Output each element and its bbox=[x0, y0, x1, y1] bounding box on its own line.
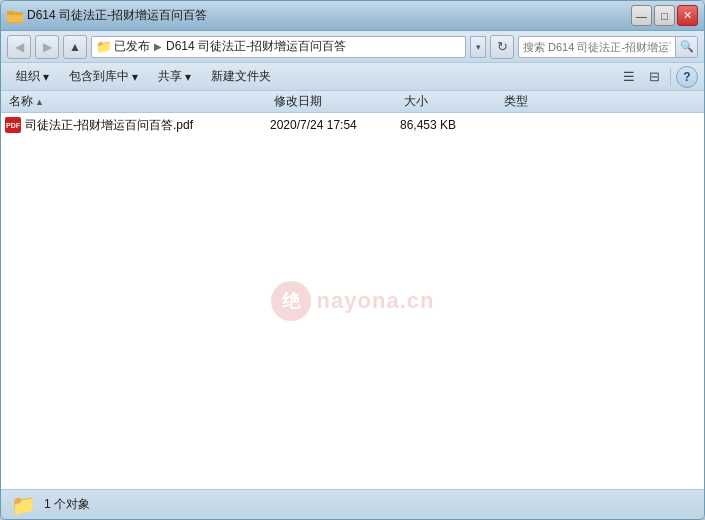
column-type-label: 类型 bbox=[504, 93, 528, 110]
include-library-label: 包含到库中 bbox=[69, 68, 129, 85]
svg-rect-3 bbox=[7, 12, 23, 15]
share-dropdown-icon: ▾ bbox=[185, 70, 191, 84]
column-size-label: 大小 bbox=[404, 93, 428, 110]
search-box: 🔍 bbox=[518, 36, 698, 58]
watermark: 绝 nayona.cn bbox=[271, 281, 435, 321]
status-folder-icon: 📁 bbox=[11, 493, 36, 517]
share-label: 共享 bbox=[158, 68, 182, 85]
view-list-button[interactable]: ⊟ bbox=[643, 66, 665, 88]
title-bar-left: D614 司徒法正-招财增运百问百答 bbox=[7, 7, 207, 24]
address-bar: ◀ ▶ ▲ 📁 已发布 ▶ D614 司徒法正-招财增运百问百答 ▾ ↻ 🔍 bbox=[1, 31, 704, 63]
explorer-window: D614 司徒法正-招财增运百问百答 — □ ✕ ◀ ▶ ▲ 📁 已发布 ▶ D… bbox=[0, 0, 705, 520]
toolbar: 组织 ▾ 包含到库中 ▾ 共享 ▾ 新建文件夹 ☰ ⊟ ? bbox=[1, 63, 704, 91]
file-area: PDF 司徒法正-招财增运百问百答.pdf 2020/7/24 17:54 86… bbox=[1, 113, 704, 489]
close-button[interactable]: ✕ bbox=[677, 5, 698, 26]
minimize-button[interactable]: — bbox=[631, 5, 652, 26]
include-library-button[interactable]: 包含到库中 ▾ bbox=[60, 66, 147, 88]
title-bar-controls: — □ ✕ bbox=[631, 5, 698, 26]
title-bar: D614 司徒法正-招财增运百问百答 — □ ✕ bbox=[1, 1, 704, 31]
watermark-logo: 绝 bbox=[271, 281, 311, 321]
status-text: 1 个对象 bbox=[44, 496, 90, 513]
forward-button[interactable]: ▶ bbox=[35, 35, 59, 59]
path-folder-icon: 📁 bbox=[96, 39, 112, 54]
organize-button[interactable]: 组织 ▾ bbox=[7, 66, 58, 88]
file-size-cell: 86,453 KB bbox=[400, 118, 500, 132]
watermark-logo-text: 绝 bbox=[282, 289, 300, 313]
column-header-size[interactable]: 大小 bbox=[400, 91, 500, 112]
search-input[interactable] bbox=[519, 41, 675, 53]
new-folder-label: 新建文件夹 bbox=[211, 68, 271, 85]
file-date-cell: 2020/7/24 17:54 bbox=[270, 118, 400, 132]
toolbar-right: ☰ ⊟ ? bbox=[618, 66, 698, 88]
toolbar-separator bbox=[670, 68, 671, 86]
column-header-type[interactable]: 类型 bbox=[500, 91, 700, 112]
column-header-date[interactable]: 修改日期 bbox=[270, 91, 400, 112]
table-row[interactable]: PDF 司徒法正-招财增运百问百答.pdf 2020/7/24 17:54 86… bbox=[1, 115, 704, 135]
column-name-label: 名称 bbox=[9, 93, 33, 110]
path-arrow-1: ▶ bbox=[154, 41, 162, 52]
new-folder-button[interactable]: 新建文件夹 bbox=[202, 66, 280, 88]
file-name-text: 司徒法正-招财增运百问百答.pdf bbox=[25, 117, 193, 134]
address-dropdown-button[interactable]: ▾ bbox=[470, 36, 486, 58]
share-button[interactable]: 共享 ▾ bbox=[149, 66, 200, 88]
path-part-2: D614 司徒法正-招财增运百问百答 bbox=[166, 38, 346, 55]
status-bar: 📁 1 个对象 bbox=[1, 489, 704, 519]
path-part-1: 已发布 bbox=[114, 38, 150, 55]
title-folder-icon bbox=[7, 8, 23, 24]
watermark-text: nayona.cn bbox=[317, 288, 435, 314]
pdf-icon: PDF bbox=[5, 117, 21, 133]
column-headers: 名称 ▲ 修改日期 大小 类型 bbox=[1, 91, 704, 113]
file-list: PDF 司徒法正-招财增运百问百答.pdf 2020/7/24 17:54 86… bbox=[1, 113, 704, 137]
sort-arrow-icon: ▲ bbox=[35, 97, 44, 107]
organize-label: 组织 bbox=[16, 68, 40, 85]
search-button[interactable]: 🔍 bbox=[675, 36, 697, 58]
maximize-button[interactable]: □ bbox=[654, 5, 675, 26]
organize-dropdown-icon: ▾ bbox=[43, 70, 49, 84]
view-details-button[interactable]: ☰ bbox=[618, 66, 640, 88]
column-date-label: 修改日期 bbox=[274, 93, 322, 110]
column-header-name[interactable]: 名称 ▲ bbox=[5, 91, 270, 112]
address-path[interactable]: 📁 已发布 ▶ D614 司徒法正-招财增运百问百答 bbox=[91, 36, 466, 58]
address-path-text: 📁 已发布 ▶ D614 司徒法正-招财增运百问百答 bbox=[96, 38, 346, 55]
back-button[interactable]: ◀ bbox=[7, 35, 31, 59]
include-library-dropdown-icon: ▾ bbox=[132, 70, 138, 84]
refresh-button[interactable]: ↻ bbox=[490, 35, 514, 59]
up-button[interactable]: ▲ bbox=[63, 35, 87, 59]
help-button[interactable]: ? bbox=[676, 66, 698, 88]
title-bar-text: D614 司徒法正-招财增运百问百答 bbox=[27, 7, 207, 24]
file-name-cell: PDF 司徒法正-招财增运百问百答.pdf bbox=[5, 117, 270, 134]
